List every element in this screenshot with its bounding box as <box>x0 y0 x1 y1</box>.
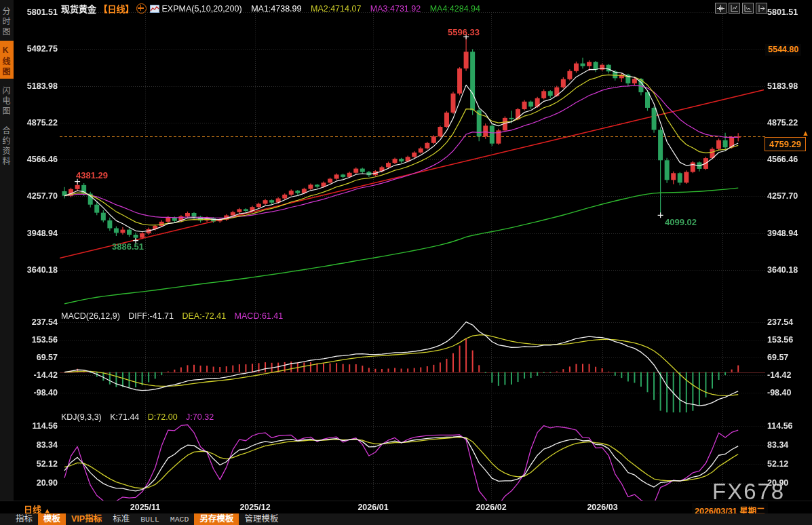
macd-axis-label-left: 237.54 <box>21 317 58 327</box>
current-price-badge: 4759.29 <box>765 137 806 151</box>
month-label-2026-02: 2026/02 <box>476 503 506 512</box>
macd-axis-label-left: -98.40 <box>21 388 58 397</box>
price-axis-label-left: 3640.18 <box>21 265 58 275</box>
ma1-value: MA1:4738.99 <box>251 4 301 14</box>
month-label-2025-11: 2025/11 <box>130 503 161 512</box>
macd-diff-value: DIFF:-41.71 <box>128 311 174 321</box>
alert-price-badge: 5544.80 <box>765 44 801 56</box>
kdj-name[interactable]: KDJ(9,3,3) <box>61 412 102 422</box>
price-axis-label-right: 4257.70 <box>767 191 798 201</box>
kdj-axis-label-left: 114.56 <box>21 421 58 431</box>
kdj-d-value: D:72.00 <box>148 412 178 422</box>
annotation-high-4381: 4381.29 <box>76 170 108 180</box>
month-label-2025-12: 2025/12 <box>239 503 270 512</box>
macd-dea-value: DEA:-72.41 <box>182 311 227 321</box>
kdj-j-value: J:70.32 <box>186 412 214 422</box>
add-indicator-icon[interactable] <box>136 3 147 14</box>
kdj-axis-label-left: 20.90 <box>21 478 58 488</box>
date-axis-row <box>0 501 812 514</box>
zoom-axes-left-icon[interactable] <box>729 3 740 14</box>
macd-pane-title: MACD(26,12,9) DIFF:-41.71 DEA:-72.41 MAC… <box>61 311 283 321</box>
kdj-k-value: K:71.44 <box>110 412 139 422</box>
ma4-value: MA4:4284.94 <box>430 4 480 14</box>
price-axis-label-right: 3948.94 <box>767 229 798 238</box>
price-axis-label-left: 4566.46 <box>21 155 58 164</box>
macd-name[interactable]: MACD(26,12,9) <box>61 311 120 321</box>
macd-axis-label-left: 153.56 <box>21 335 58 345</box>
symbol-name: 现货黄金 <box>61 4 96 14</box>
sidebar-item-timeshare-chart[interactable]: 分时图 <box>0 1 14 39</box>
crosshair-icon[interactable] <box>715 3 727 14</box>
chart-header: 现货黄金 【日线】EXPMA(5,10,20,200) MA1:4738.99 … <box>61 2 480 14</box>
macd-axis-label-right: 69.57 <box>767 353 788 362</box>
tab-indicators[interactable]: 指标 <box>10 513 38 525</box>
month-label-2026-03: 2026/03 <box>587 503 617 512</box>
ma3-value: MA3:4731.92 <box>370 4 421 14</box>
price-axis-label-left: 4257.70 <box>21 191 58 201</box>
pop-out-icon[interactable] <box>756 3 767 14</box>
macd-axis-label-left: 69.57 <box>21 353 58 362</box>
macd-axis-label-right: -98.40 <box>767 388 791 397</box>
tab-manage-template[interactable]: 管理模板 <box>239 513 284 525</box>
price-axis-label-left: 5801.51 <box>21 7 58 17</box>
annotation-peak-5596: 5596.33 <box>448 27 480 37</box>
chart-window-buttons <box>715 3 767 14</box>
macd-axis-label-right: -14.42 <box>767 370 791 380</box>
price-axis-label-left: 5492.75 <box>21 44 58 54</box>
zoom-axes-right-icon[interactable] <box>742 3 754 14</box>
price-up-arrow-icon: ▲ <box>802 130 809 137</box>
kdj-axis-label-right: 114.56 <box>767 421 793 431</box>
price-axis-label-right: 4566.46 <box>767 155 798 164</box>
annotation-low-3886: 3886.51 <box>112 241 144 252</box>
sidebar-item-kline-chart[interactable]: K线图 <box>0 41 14 79</box>
tab-standard[interactable]: 标准 <box>107 513 135 525</box>
trading-app-window: { "header": { "symbol": "现货黄金", "period"… <box>0 0 812 525</box>
month-label-2026-01: 2026/01 <box>357 503 388 512</box>
kdj-pane-title: KDJ(9,3,3) K:71.44 D:72.00 J:70.32 <box>61 412 214 422</box>
main-chart-canvas[interactable] <box>0 0 812 525</box>
price-axis-label-right: 5183.98 <box>767 81 798 91</box>
price-axis-label-right: 4875.22 <box>767 118 798 128</box>
tab-template[interactable]: 模板 <box>38 513 66 525</box>
annotation-low-4099: 4099.02 <box>665 217 697 227</box>
price-axis-label-left: 3948.94 <box>21 229 58 238</box>
price-axis-label-right: 3640.18 <box>767 265 798 275</box>
ma2-value: MA2:4714.07 <box>311 4 361 14</box>
price-axis-label-left: 5183.98 <box>21 81 58 91</box>
sidebar-item-contract-info[interactable]: 合约资料 <box>0 121 14 170</box>
macd-axis-label-right: 153.56 <box>767 335 793 345</box>
chart-type-icon[interactable] <box>150 5 159 13</box>
kdj-axis-label-right: 52.12 <box>767 459 788 469</box>
kdj-axis-label-right: 83.34 <box>767 440 788 450</box>
kdj-axis-label-left: 83.34 <box>21 440 58 450</box>
tab-vip-indicators[interactable]: VIP指标 <box>66 513 107 525</box>
chart-type-sidebar: 分时图 K线图 闪电图 合约资料 <box>0 0 14 501</box>
kdj-axis-label-left: 52.12 <box>21 459 58 469</box>
price-axis-label-right: 5801.51 <box>767 7 798 17</box>
price-axis-label-left: 4875.22 <box>21 118 58 128</box>
indicator-name[interactable]: EXPMA(5,10,20,200) <box>162 4 242 14</box>
sidebar-item-lightning-chart[interactable]: 闪电图 <box>0 81 14 119</box>
macd-axis-label-left: -14.42 <box>21 370 58 380</box>
tab-macd[interactable]: MACD <box>165 513 195 525</box>
macd-bar-value: MACD:61.41 <box>235 311 284 321</box>
tab-save-template[interactable]: 另存模板 <box>194 513 239 525</box>
period-label[interactable]: 【日线】 <box>99 4 134 14</box>
tab-bull[interactable]: BULL <box>135 513 165 525</box>
kdj-axis-label-right: 20.90 <box>767 478 788 488</box>
macd-axis-label-right: 237.54 <box>767 317 793 327</box>
bottom-toolbar: 指标 模板 VIP指标 标准 BULL MACD 另存模板 管理模板 <box>0 513 812 525</box>
